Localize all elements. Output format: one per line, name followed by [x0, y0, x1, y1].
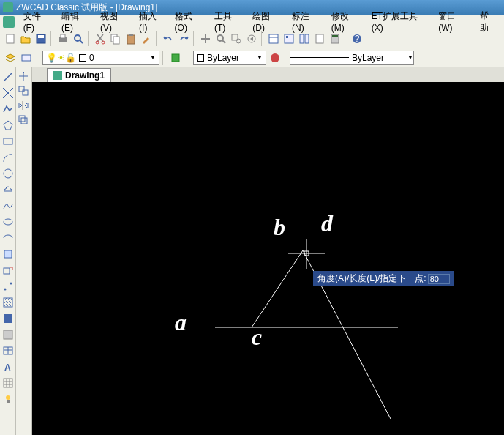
cut-icon [94, 33, 106, 45]
help-icon: ? [351, 33, 363, 45]
line-icon [2, 71, 14, 83]
svg-point-40 [4, 289, 7, 291]
design-center-button[interactable] [282, 31, 296, 46]
svg-rect-57 [23, 90, 28, 95]
revcloud-tool[interactable] [1, 182, 15, 197]
pan-button[interactable] [198, 31, 213, 46]
svg-rect-39 [4, 268, 10, 274]
block-icon [2, 248, 14, 260]
new-button[interactable] [3, 31, 18, 46]
svg-rect-55 [7, 400, 10, 403]
color-combo[interactable]: ByLayer ▼ [193, 51, 266, 65]
svg-point-54 [6, 395, 10, 400]
cut-button[interactable] [93, 31, 108, 46]
ellipse-icon [2, 216, 14, 228]
layer-iso-button[interactable] [168, 51, 183, 65]
cloud-icon [2, 184, 14, 196]
layer-combo[interactable]: 💡 ☀ 🔓 0 ▼ [42, 51, 159, 65]
ellipse-tool[interactable] [1, 215, 15, 229]
hatch-tool[interactable] [1, 295, 15, 310]
circle-tool[interactable] [1, 166, 15, 181]
annotation-c: c [252, 324, 262, 351]
svg-rect-38 [4, 250, 12, 258]
new-icon [4, 33, 16, 45]
mod-4[interactable] [16, 113, 31, 127]
print-button[interactable] [56, 31, 70, 46]
svg-line-32 [4, 72, 12, 81]
spline-tool[interactable] [1, 198, 15, 213]
insert-block-tool[interactable] [1, 247, 15, 261]
make-block-tool[interactable] [1, 263, 15, 278]
redo-icon [178, 33, 189, 45]
polygon-icon [2, 119, 14, 131]
chevron-down-icon: ▼ [150, 54, 156, 61]
menu-window[interactable]: 窗口(W) [434, 9, 473, 34]
layer-manager-button[interactable] [3, 51, 18, 65]
properties-button[interactable] [266, 31, 281, 46]
svg-rect-0 [7, 34, 14, 43]
annotation-d: d [321, 210, 333, 237]
color-dialog-button[interactable] [268, 51, 282, 65]
svg-rect-24 [316, 34, 323, 43]
table-tool[interactable] [1, 343, 15, 358]
save-button[interactable] [34, 31, 48, 46]
svg-rect-11 [127, 35, 135, 44]
polygon-tool[interactable] [1, 118, 15, 133]
paste-button[interactable] [124, 31, 138, 46]
tab-drawing1[interactable]: Drawing1 [47, 68, 111, 82]
mtext-tool[interactable]: A [1, 360, 15, 374]
region-tool[interactable] [1, 327, 15, 342]
copy-button[interactable] [108, 31, 123, 46]
mod-1[interactable] [16, 69, 31, 83]
preview-icon [72, 33, 84, 45]
arc-tool[interactable] [1, 150, 15, 165]
drawing-content [32, 82, 504, 435]
svg-line-61 [252, 250, 303, 327]
rectangle-tool[interactable] [1, 134, 15, 149]
layer-toolbar: 💡 ☀ 🔓 0 ▼ ByLayer ▼ ByLayer ▼ [0, 48, 504, 67]
preview-button[interactable] [71, 31, 86, 46]
menu-et[interactable]: ET扩展工具(X) [367, 9, 432, 34]
light-tool[interactable] [1, 392, 15, 406]
svg-rect-43 [4, 314, 12, 323]
grid-tool[interactable] [1, 376, 15, 390]
zoom-window-button[interactable] [229, 31, 244, 46]
svg-point-31 [271, 53, 279, 62]
polyline-tool[interactable] [1, 102, 15, 116]
undo-button[interactable] [161, 31, 176, 46]
redo-button[interactable] [176, 31, 191, 46]
ellipse-arc-tool[interactable] [1, 231, 15, 245]
pan-icon [200, 33, 211, 45]
svg-rect-29 [22, 55, 31, 61]
svg-rect-59 [21, 118, 27, 124]
copy-icon [110, 33, 121, 45]
xline-tool[interactable] [1, 86, 15, 100]
line-tool[interactable] [1, 70, 15, 84]
sheet-button[interactable] [312, 31, 327, 46]
zoom-prev-button[interactable] [244, 31, 259, 46]
gradient-tool[interactable] [1, 311, 15, 326]
mod-2[interactable] [16, 83, 31, 98]
layer-prev-button[interactable] [19, 51, 34, 65]
mirror-icon [18, 100, 29, 111]
color-box-icon [197, 54, 204, 62]
tool-palettes-button[interactable] [297, 31, 312, 46]
calc-button[interactable] [328, 31, 342, 46]
svg-rect-23 [305, 34, 309, 43]
point-tool[interactable] [1, 279, 15, 294]
color-wheel-icon [269, 52, 281, 64]
menu-help[interactable]: 帮助 [475, 8, 501, 36]
svg-point-37 [4, 219, 12, 225]
svg-rect-26 [332, 35, 338, 37]
svg-rect-58 [19, 116, 25, 122]
annotation-a: a [175, 309, 187, 336]
mod-3[interactable] [16, 98, 31, 113]
match-button[interactable] [139, 31, 154, 46]
zoom-rt-button[interactable] [214, 31, 228, 46]
prompt-input[interactable] [428, 274, 450, 284]
drawing-canvas[interactable]: a b c d 角度(A)/长度(L)/指定下一点: [32, 82, 504, 435]
linetype-combo[interactable]: ByLayer ▼ [290, 51, 414, 65]
light-icon [2, 393, 14, 405]
help-button[interactable]: ? [350, 31, 364, 46]
open-button[interactable] [18, 31, 33, 46]
